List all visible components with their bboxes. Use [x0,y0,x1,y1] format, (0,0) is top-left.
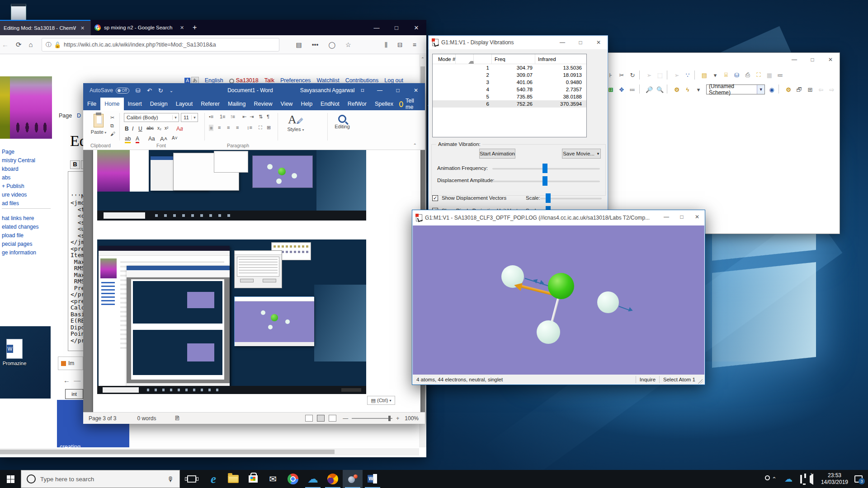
back-icon[interactable]: ← [2,41,9,48]
toolbar-separator[interactable] [667,84,670,94]
sidebar-link[interactable]: pload file [2,232,51,239]
ribbon-tab[interactable]: Home [100,98,123,110]
toolbar-separator[interactable] [639,84,642,94]
maximize-icon[interactable]: □ [571,36,590,49]
fluorine-atom[interactable] [597,291,619,313]
quick-launch-icon[interactable]: ϟ [683,84,693,94]
sidebar-link[interactable]: Page [2,149,35,155]
toolbar-separator[interactable] [778,84,782,94]
vibration-mode-row[interactable]: 1304.7913.5036 [433,64,586,71]
tab-close-icon[interactable]: ✕ [180,25,184,31]
paragraph-group-label[interactable]: Paragraph [227,143,249,148]
minimize-icon[interactable]: — [371,84,389,97]
toolbar-separator[interactable] [667,70,670,80]
vibration-mode-row[interactable]: 5735.8538.0188 [433,93,586,100]
movie-icon[interactable]: ▦ [764,70,774,80]
taskbar-firefox[interactable] [323,470,343,488]
chevron-down-icon[interactable]: ▼ [757,85,764,94]
rescale-icon[interactable]: ✥ [617,84,627,94]
align-left-icon[interactable]: ≡ [209,125,213,131]
close-icon[interactable]: ✕ [407,84,425,97]
save-icon[interactable]: ⛁ [136,87,141,94]
underline-button[interactable]: U [138,126,142,132]
taskbar-word[interactable] [363,470,382,488]
line-spacing-icon[interactable]: ↕≡ [247,125,252,130]
sidebar-link[interactable]: pecial pages [2,241,51,247]
editing-button[interactable]: Editing [332,113,352,139]
zoom-out-icon[interactable]: — [343,415,348,422]
scroll-up-icon[interactable]: ⌃ [419,56,426,61]
link-watchlist[interactable]: Watchlist [316,77,339,84]
save-file-icon[interactable]: ⛁ [732,70,742,80]
library-icon[interactable]: ⫼ [385,41,387,49]
styles-button[interactable]: A🖉 Styles ▾ [281,113,310,139]
ribbon-tab[interactable]: EndNot [316,98,344,110]
change-case-button[interactable]: Aa [148,136,155,142]
ribbon-tab[interactable]: RefWor [344,98,371,110]
italic-button[interactable]: I [132,126,133,132]
multilevel-list-icon[interactable]: ⁝≡ [231,114,235,120]
fluorine-atom[interactable] [537,320,560,344]
microphone-icon[interactable]: 🎙 [167,475,174,483]
paste-button[interactable]: Paste ▾ [89,113,108,141]
taskbar-search[interactable]: Type here to search 🎙 [21,470,180,488]
collapse-ribbon-icon[interactable]: ⌃ [413,143,417,148]
tile-windows-icon[interactable]: ⊞ [805,84,815,94]
preview-doc-icon[interactable]: 🔎 [644,84,654,94]
word-count[interactable]: 0 words [137,415,156,422]
maximize-icon[interactable]: □ [803,53,821,66]
word-document-area[interactable]: ▤ (Ctrl) ▾ [83,150,425,412]
clipboard-group-label[interactable]: Clipboard [90,143,111,148]
tab-google-search[interactable]: G sp mixing n2 - Google Search ✕ [90,20,189,35]
volume-icon[interactable] [810,476,813,483]
start-animation-button[interactable]: Start Animation [479,149,515,159]
link-contributions[interactable]: Contributions [345,77,379,84]
ribbon-tab[interactable]: Design [146,98,172,110]
ribbon-tab[interactable]: Layout [172,98,197,110]
tab-chemwiki[interactable]: Editing Mod: Sa13018 - ChemWiki ✕ [0,20,90,35]
print-icon[interactable]: ⎙ [743,70,753,80]
outdent-icon[interactable]: ⇤ [242,114,246,120]
molecule-viewport[interactable] [413,225,704,375]
close-icon[interactable]: ✕ [406,20,426,35]
zoom-level[interactable]: 100% [405,415,419,422]
table-header[interactable]: Mode # Freq Infrared [433,54,586,64]
taskbar-file-explorer[interactable] [223,470,243,488]
onedrive-icon[interactable]: ☁ [784,474,793,484]
language-latin-icon[interactable]: A [184,78,190,83]
marquee-select-icon[interactable]: ⬚ [655,70,665,80]
ribbon-tab[interactable]: Insert [124,98,146,110]
account-name[interactable]: Savyasanchi Aggarwal [300,87,355,94]
sort-icon[interactable]: ⇅ [259,114,263,120]
rotate-icon[interactable]: ↻ [627,70,637,80]
ribbon-tab[interactable]: Referer [197,98,224,110]
text-effects-icon[interactable]: A𝑎 [176,126,183,132]
view-list-icon[interactable]: ≔ [627,84,637,94]
sidebar-link[interactable]: hat links here [2,215,51,221]
undo-icon[interactable]: ↶ [147,87,152,94]
new-molecule-icon[interactable]: ▤ [699,70,709,80]
redo-icon[interactable]: ↻ [158,87,163,94]
taskbar-mail[interactable]: ✉ [263,470,283,488]
select-atom-label[interactable]: Select Atom 1 [663,377,695,382]
capture-image-icon[interactable]: ⛶ [754,70,764,80]
start-button[interactable] [0,470,21,488]
menu-hamburger-icon[interactable]: ≡ [413,41,416,48]
sidebar-link[interactable]: ge information [2,249,51,256]
examine-doc-icon[interactable]: 🔍 [655,84,665,94]
horizontal-scrollbar[interactable] [0,448,419,455]
sidebar-link[interactable]: kboard [2,166,35,172]
url-bar[interactable]: ⓘ 🔓 https://wiki.ch.ic.ac.uk/wiki/index.… [42,38,279,52]
home-icon[interactable]: ⌂ [29,41,33,48]
borders-icon[interactable]: ⊞ [267,125,271,131]
item-list-icon[interactable]: ≔ [775,70,785,80]
slider-thumb[interactable] [546,193,551,203]
scheme-dropdown[interactable]: (Unnamed Scheme)▼ [706,84,765,94]
justify-icon[interactable]: ≡ [236,125,239,130]
ribbon-tab[interactable]: Mailing [224,98,250,110]
tab-close-icon[interactable]: ✕ [80,25,85,31]
indent-icon[interactable]: ⇥ [250,114,254,120]
autosave-toggle[interactable]: AutoSave Off [90,87,129,94]
inquire-mode-label[interactable]: Inquire [640,377,656,382]
ribbon-tab[interactable]: View [277,98,297,110]
